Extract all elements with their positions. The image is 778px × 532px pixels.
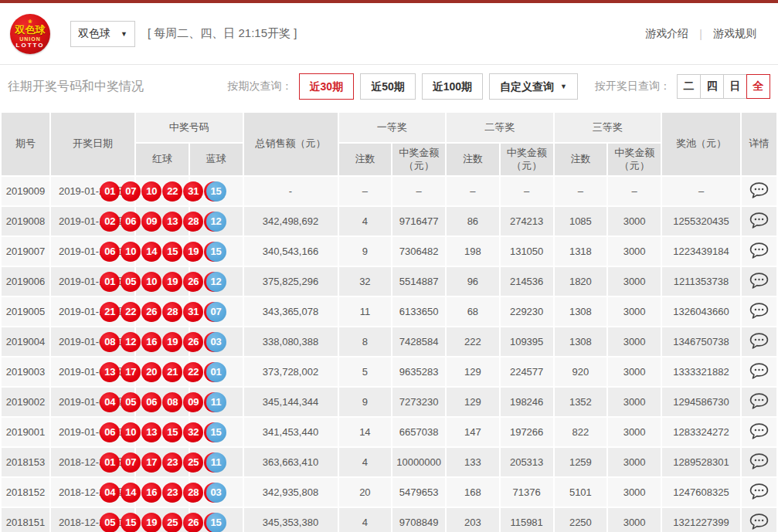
- comment-dots-icon: [749, 212, 769, 229]
- prize-pool-cell: 1289528301: [662, 448, 740, 476]
- third-prize-count-cell: 5101: [555, 478, 607, 507]
- detail-comment-button[interactable]: [749, 301, 770, 321]
- issue-cell: 2019008: [2, 207, 49, 236]
- col-header-red-balls: 红球: [136, 144, 189, 175]
- second-prize-count-cell: 129: [447, 357, 499, 386]
- detail-comment-button[interactable]: [749, 422, 770, 442]
- results-table: 期号 开奖日期 中奖号码 总销售额（元） 一等奖 二等奖 三等奖 奖池（元） 详…: [0, 111, 778, 532]
- issue-cell: 2019007: [2, 237, 49, 266]
- total-sales-cell: 340,543,166: [244, 237, 338, 266]
- second-prize-amount-cell: 274213: [501, 207, 553, 236]
- third-prize-count-cell: 2250: [555, 508, 607, 532]
- third-prize-count-cell: 1259: [555, 448, 607, 476]
- red-ball: 22: [121, 302, 141, 322]
- day-tuesday-button[interactable]: 二: [677, 74, 701, 99]
- detail-cell: [742, 177, 776, 205]
- day-sunday-button[interactable]: 日: [723, 74, 747, 99]
- comment-dots-icon: [749, 272, 769, 290]
- red-balls: 081216192632: [136, 332, 189, 352]
- col-header-detail: 详情: [742, 113, 776, 175]
- day-query-label: 按开奖日查询：: [595, 80, 671, 93]
- detail-comment-button[interactable]: [749, 482, 770, 502]
- detail-comment-button[interactable]: [749, 512, 770, 532]
- comment-dots-icon: [749, 362, 769, 380]
- total-sales-cell: 343,365,078: [244, 297, 338, 326]
- col-header-second-count: 注数: [447, 144, 499, 175]
- issue-cell: 2018152: [2, 478, 49, 507]
- chevron-down-icon: ▼: [121, 30, 127, 38]
- first-prize-amount-cell: –: [392, 177, 445, 205]
- filter-bar: 往期开奖号码和中奖情况 按期次查询： 近30期 近50期 近100期 自定义查询…: [0, 66, 778, 107]
- red-balls: 061013153233: [136, 422, 189, 442]
- detail-comment-button[interactable]: [749, 271, 770, 291]
- detail-cell: [742, 478, 776, 507]
- detail-comment-button[interactable]: [749, 391, 770, 412]
- prize-pool-cell: 1321227399: [662, 508, 740, 532]
- red-balls-cell: 010710223132: [136, 177, 189, 205]
- col-header-date: 开奖日期: [51, 113, 134, 175]
- issue-cell: 2018151: [2, 508, 49, 532]
- issue-cell: 2018153: [2, 448, 49, 476]
- second-prize-count-cell: –: [447, 177, 499, 205]
- recent-50-button[interactable]: 近50期: [360, 73, 416, 100]
- comment-dots-icon: [749, 422, 769, 440]
- table-row: 20181512018-12-25(二)05151925262915345,35…: [2, 508, 776, 532]
- blue-ball: 07: [206, 302, 226, 322]
- col-header-second-amount: 中奖金额（元）: [501, 144, 553, 175]
- second-prize-amount-cell: 131050: [501, 237, 553, 266]
- detail-comment-button[interactable]: [749, 181, 770, 201]
- detail-comment-button[interactable]: [749, 241, 770, 261]
- blue-ball: 15: [206, 513, 226, 532]
- red-ball: 05: [121, 392, 141, 412]
- red-ball: 14: [121, 483, 141, 503]
- detail-comment-button[interactable]: [749, 211, 770, 231]
- col-header-first-count: 注数: [339, 144, 392, 175]
- detail-comment-button[interactable]: [749, 452, 770, 472]
- recent-100-button[interactable]: 近100期: [422, 73, 483, 100]
- col-header-third-count: 注数: [555, 144, 607, 175]
- table-row: 20190022019-01-03(四)04050608091811345,14…: [2, 388, 776, 416]
- prize-pool-cell: 1326043660: [662, 297, 740, 326]
- third-prize-count-cell: 1820: [555, 267, 607, 296]
- comment-dots-icon: [749, 392, 769, 410]
- game-intro-link[interactable]: 游戏介绍: [645, 27, 688, 41]
- game-rules-link[interactable]: 游戏规则: [713, 27, 756, 41]
- detail-comment-button[interactable]: [749, 331, 770, 351]
- detail-comment-button[interactable]: [749, 361, 770, 381]
- total-sales-cell: 338,080,388: [244, 327, 338, 356]
- second-prize-count-cell: 133: [447, 448, 499, 476]
- day-all-button[interactable]: 全: [746, 74, 770, 99]
- total-sales-cell: 345,144,344: [244, 388, 338, 416]
- custom-query-dropdown[interactable]: 自定义查询 ▼: [489, 73, 578, 100]
- issue-cell: 2019009: [2, 177, 49, 205]
- blue-ball: 12: [206, 272, 226, 292]
- results-tbody: 20190092019-01-20(日)01071022313215-–––––…: [2, 177, 776, 532]
- second-prize-count-cell: 68: [447, 297, 499, 326]
- first-prize-count-cell: 4: [339, 448, 392, 476]
- top-navbar: ❀ 双色球 UNION LOTTO 双色球 ▼ [ 每周二、四、日 21:15开…: [0, 3, 778, 65]
- blue-ball: 15: [206, 181, 226, 202]
- detail-cell: [742, 508, 776, 532]
- red-ball: 25: [183, 452, 203, 473]
- red-ball: 32: [183, 422, 203, 442]
- draw-schedule-text: [ 每周二、四、日 21:15开奖 ]: [148, 26, 297, 41]
- recent-30-button[interactable]: 近30期: [299, 73, 355, 100]
- detail-cell: [742, 357, 776, 386]
- section-title: 往期开奖号码和中奖情况: [8, 79, 144, 95]
- table-row: 20190072019-01-15(二)06101415192315340,54…: [2, 237, 776, 266]
- red-ball: 26: [183, 513, 203, 532]
- total-sales-cell: 375,825,296: [244, 267, 338, 296]
- results-table-header: 期号 开奖日期 中奖号码 总销售额（元） 一等奖 二等奖 三等奖 奖池（元） 详…: [2, 113, 776, 175]
- red-balls-cell: 061014151923: [136, 237, 189, 266]
- third-prize-amount-cell: 3000: [608, 357, 661, 386]
- red-ball: 22: [183, 362, 203, 382]
- red-ball: 08: [100, 332, 120, 352]
- red-balls-cell: 051519252629: [136, 508, 189, 532]
- game-select-dropdown[interactable]: 双色球 ▼: [70, 21, 135, 47]
- day-thursday-button[interactable]: 四: [700, 74, 724, 99]
- prize-pool-cell: 1255320435: [662, 207, 740, 236]
- second-prize-amount-cell: 197266: [501, 418, 553, 446]
- red-ball: 07: [121, 181, 141, 202]
- second-prize-count-cell: 147: [447, 418, 499, 446]
- second-prize-amount-cell: 198246: [501, 388, 553, 416]
